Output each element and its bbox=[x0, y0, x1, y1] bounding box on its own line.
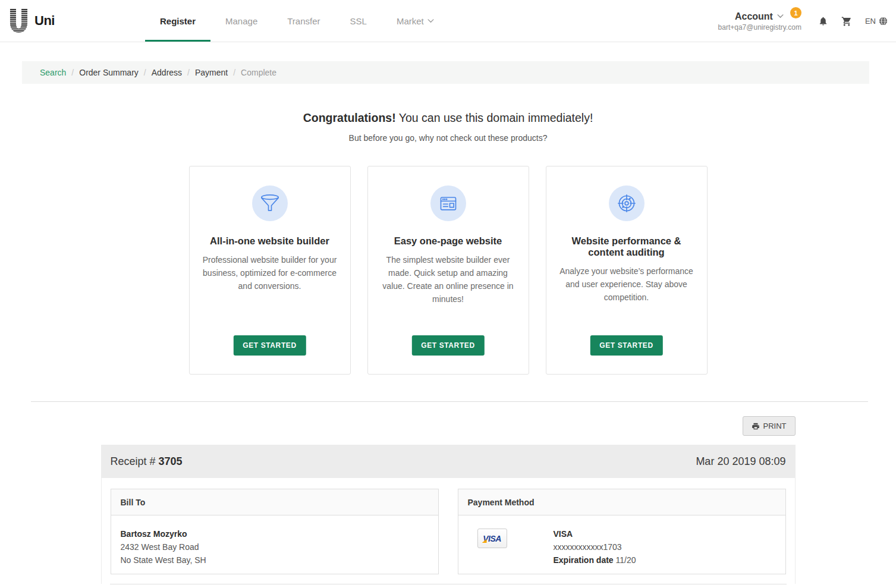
breadcrumb-order-summary: Order Summary bbox=[79, 68, 139, 77]
language-selector[interactable]: EN bbox=[865, 17, 888, 26]
product-card-one-page-website: Easy one-page website The simplest websi… bbox=[367, 166, 529, 375]
print-button[interactable]: PRINT bbox=[743, 416, 796, 436]
breadcrumb-separator: / bbox=[187, 68, 190, 77]
language-code: EN bbox=[865, 17, 876, 26]
billing-name: Bartosz Mozyrko bbox=[121, 527, 429, 540]
chevron-down-icon bbox=[427, 19, 434, 23]
page-title: Congratulations! You can use this domain… bbox=[0, 111, 896, 125]
card-expiration: Expiration date 11/20 bbox=[554, 554, 636, 567]
funnel-icon bbox=[252, 185, 288, 221]
brand-name: Uni bbox=[34, 13, 55, 29]
nav-item-ssl[interactable]: SSL bbox=[335, 0, 382, 42]
breadcrumb-separator: / bbox=[144, 68, 146, 77]
notification-count-badge: 1 bbox=[790, 7, 801, 18]
globe-icon bbox=[879, 17, 888, 26]
receipt-area: PRINT Receipt # 3705 Mar 20 2019 08:09 B… bbox=[101, 416, 796, 584]
receipt-body: Bill To Bartosz Mozyrko 2432 West Bay Ro… bbox=[101, 478, 796, 584]
billing-address-line2: No State West Bay, SH bbox=[121, 554, 429, 567]
product-cards: All-in-one website builder Professional … bbox=[0, 166, 896, 375]
breadcrumb-search[interactable]: Search bbox=[40, 68, 66, 77]
receipt-header: Receipt # 3705 Mar 20 2019 08:09 bbox=[101, 445, 796, 478]
card-masked-number: xxxxxxxxxxxx1703 bbox=[554, 540, 636, 554]
bill-to-details: Bartosz Mozyrko 2432 West Bay Road No St… bbox=[111, 515, 438, 578]
chevron-down-icon bbox=[777, 14, 784, 18]
breadcrumb: Search / Order Summary / Address / Payme… bbox=[22, 61, 869, 84]
printer-icon bbox=[752, 422, 760, 430]
product-title: Easy one-page website bbox=[385, 235, 511, 247]
product-card-website-builder: All-in-one website builder Professional … bbox=[189, 166, 351, 375]
product-description: Professional website builder for your bu… bbox=[201, 253, 339, 293]
nav-item-market[interactable]: Market bbox=[382, 0, 449, 42]
get-started-button[interactable]: GET STARTED bbox=[411, 335, 484, 356]
account-label: Account bbox=[735, 11, 773, 22]
receipt-date: Mar 20 2019 08:09 bbox=[696, 455, 785, 468]
bell-icon[interactable] bbox=[818, 16, 828, 26]
print-label: PRINT bbox=[763, 422, 787, 430]
uni-logo-icon bbox=[9, 9, 29, 33]
account-email: bart+qa7@uniregistry.com bbox=[718, 23, 801, 32]
breadcrumb-complete: Complete bbox=[241, 68, 276, 77]
uni-logo[interactable]: Uni bbox=[9, 0, 145, 42]
product-title: Website performance & content auditing bbox=[564, 235, 690, 258]
receipt-items-divider bbox=[110, 584, 787, 584]
get-started-button[interactable]: GET STARTED bbox=[590, 335, 662, 356]
account-menu[interactable]: Account 1 bart+qa7@uniregistry.com bbox=[718, 11, 801, 32]
congratulations-section: Congratulations! You can use this domain… bbox=[0, 111, 896, 143]
get-started-button[interactable]: GET STARTED bbox=[233, 335, 306, 356]
cart-icon[interactable] bbox=[841, 16, 852, 27]
breadcrumb-address: Address bbox=[152, 68, 182, 77]
product-description: The simplest website builder ever made. … bbox=[379, 253, 517, 306]
product-description: Analyze your website’s performance and u… bbox=[558, 265, 696, 304]
nav-item-manage[interactable]: Manage bbox=[210, 0, 272, 42]
main-content: Search / Order Summary / Address / Payme… bbox=[0, 61, 896, 584]
nav-item-register[interactable]: Register bbox=[145, 0, 210, 42]
bill-to-header: Bill To bbox=[111, 489, 438, 515]
breadcrumb-payment: Payment bbox=[195, 68, 228, 77]
nav-item-transfer[interactable]: Transfer bbox=[272, 0, 335, 42]
card-brand: VISA bbox=[554, 527, 636, 540]
browser-icon bbox=[430, 185, 466, 221]
receipt: Receipt # 3705 Mar 20 2019 08:09 Bill To… bbox=[101, 445, 796, 584]
breadcrumb-separator: / bbox=[71, 68, 74, 77]
receipt-number: Receipt # 3705 bbox=[111, 455, 183, 468]
product-card-performance-auditing: Website performance & content auditing A… bbox=[546, 166, 708, 375]
visa-card-logo: VISA bbox=[477, 529, 507, 548]
radar-icon bbox=[609, 185, 645, 221]
payment-method-header: Payment Method bbox=[458, 489, 785, 515]
page-subtitle: But before you go, why not check out the… bbox=[0, 133, 896, 143]
payment-method-details: VISA VISA xxxxxxxxxxxx1703 Expiration da… bbox=[458, 515, 785, 578]
billing-address-line1: 2432 West Bay Road bbox=[121, 540, 429, 554]
bill-to-box: Bill To Bartosz Mozyrko 2432 West Bay Ro… bbox=[111, 489, 439, 574]
section-divider bbox=[31, 401, 868, 402]
nav-right: Account 1 bart+qa7@uniregistry.com EN bbox=[718, 0, 888, 42]
product-title: All-in-one website builder bbox=[207, 235, 333, 247]
top-navigation: Uni Register Manage Transfer SSL Market … bbox=[0, 0, 896, 42]
payment-method-box: Payment Method VISA VISA xxxxxxxxxxxx170… bbox=[458, 489, 786, 574]
main-nav: Register Manage Transfer SSL Market bbox=[145, 0, 449, 42]
breadcrumb-separator: / bbox=[233, 68, 235, 77]
